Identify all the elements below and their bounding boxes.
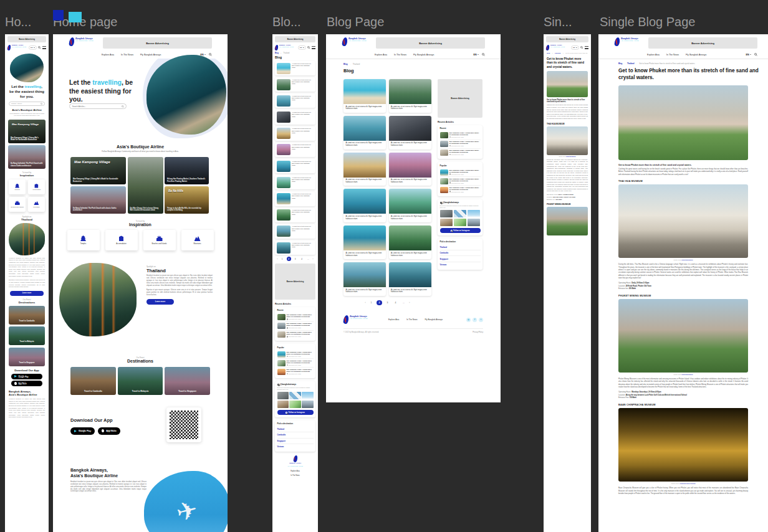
nav-link-in-the-news[interactable]: In The News	[121, 54, 133, 56]
inspiration-card[interactable]: Accomodation	[105, 230, 138, 250]
destination-card[interactable]: Travel to Malaysia	[118, 367, 163, 395]
nav-link-fly-bangkok-airways[interactable]: Fly Bangkok Airways	[413, 54, 434, 56]
frame-label-single-mobile[interactable]: Sin...	[544, 15, 572, 29]
footer-link[interactable]: In The News	[406, 318, 417, 321]
instagram-handle[interactable]: @bangkokairways	[440, 201, 481, 204]
nav-link-explore-asia[interactable]: Explore Asia	[375, 54, 387, 56]
instagram-photo[interactable]	[302, 392, 313, 400]
hamburger-menu-icon[interactable]	[42, 46, 46, 49]
frame-blog-mobile[interactable]: Banner Advertising Bangkok Airways ASIA'…	[272, 34, 318, 532]
language-selector[interactable]: EN	[746, 54, 752, 56]
privacy-policy-link[interactable]: Privacy Policy	[473, 331, 483, 333]
article-card[interactable]: Doi Mon Chong | Get to know Chiang Mai's…	[128, 157, 163, 214]
pagination-page[interactable]: 1	[280, 257, 284, 261]
language-selector[interactable]: EN	[29, 45, 36, 50]
hamburger-menu-icon[interactable]	[312, 46, 315, 49]
pagination-next[interactable]: ›	[409, 302, 410, 304]
article-card[interactable]: Mae Kampong Village Mae Kampong Village …	[8, 120, 46, 143]
search-field[interactable]	[72, 105, 122, 108]
bangkok-airways-logo[interactable]: Bangkok Airways ASIA'S BOUTIQUE AIRLINE	[546, 45, 565, 50]
popular-article-item[interactable]: Mae Kampong Village | Chiang Mai's Model…	[277, 350, 314, 359]
breadcrumb-blog[interactable]: Blog	[547, 52, 550, 54]
nav-link-in-the-news[interactable]: In The News	[394, 54, 406, 56]
recent-article-item[interactable]: Mae Kampong Village | Chiang Mai's Model…	[440, 140, 481, 149]
frame-blog[interactable]: Bangkok Airways ASIA'S BOUTIQUE AIRLINE …	[326, 34, 501, 402]
pagination-next[interactable]: ›	[313, 258, 314, 260]
recent-article-item[interactable]: Mae Kampong Village | Chiang Mai's Model…	[440, 149, 481, 157]
footer-link[interactable]: Fly Bangkok Airways	[425, 318, 443, 321]
footer-link[interactable]: In The News	[290, 474, 300, 477]
footer-link[interactable]: Explore Asia	[290, 470, 299, 473]
destination-link[interactable]: Cambodia	[277, 432, 314, 437]
photo-credit-link[interactable]: AmazingPhuketIsland	[679, 483, 695, 485]
blog-card[interactable]: Ac amet nec ut est viverra elit. Eget ma…	[275, 240, 315, 255]
blog-card[interactable]: Ac amet nec ut est viverra elit. Eget ma…	[275, 61, 315, 75]
destination-card[interactable]: Travel to Cambodia	[9, 306, 45, 325]
popular-article-item[interactable]: Mae Kampong Village | Chiang Mai's Model…	[277, 368, 314, 376]
search-icon[interactable]	[580, 46, 583, 49]
pagination-page[interactable]: 3	[385, 300, 390, 306]
breadcrumb-blog[interactable]: Blog	[618, 62, 622, 65]
nav-link-explore-asia[interactable]: Explore Asia	[647, 54, 660, 56]
frame-label-blog[interactable]: Blog Page	[327, 15, 384, 29]
language-selector[interactable]: EN	[571, 45, 578, 50]
destination-link[interactable]: Cambodia	[440, 250, 481, 255]
bangkok-airways-logo[interactable]: Bangkok Airways ASIA'S BOUTIQUE AIRLINE	[342, 37, 368, 46]
instagram-icon[interactable]: ◎	[466, 318, 471, 322]
language-selector[interactable]: EN	[298, 45, 305, 50]
learn-more-button[interactable]: Learn more	[146, 299, 174, 305]
blog-card[interactable]: Ac amet nec ut est viverra elit. Eget ma…	[275, 93, 315, 108]
instagram-photo[interactable]	[302, 401, 313, 409]
banner-ad[interactable]: Banner Advertising	[438, 79, 482, 118]
destination-link[interactable]: Thailand	[277, 427, 314, 432]
banner-ad[interactable]: Banner Advertising	[103, 37, 212, 49]
recent-article-item[interactable]: Mae Kampong Village | Chiang Mai's Model…	[277, 313, 314, 322]
article-card[interactable]: Khlong Hae Floating Market | Southern Th…	[165, 157, 209, 184]
frame-label-blog-mobile[interactable]: Blo...	[272, 15, 301, 29]
blog-card[interactable]: Ac amet nec ut est viverra elit. Eget ma…	[275, 77, 315, 92]
blog-card[interactable]: Ac amet nec ut est viverra elit. Eget ma…	[275, 126, 315, 141]
instagram-photo[interactable]	[468, 219, 481, 227]
bangkok-airways-logo[interactable]: Bangkok Airways ASIA'S BOUTIQUE AIRLINE	[69, 37, 95, 46]
nav-link-in-the-news[interactable]: In The News	[666, 54, 679, 56]
bangkok-airways-logo[interactable]: Bangkok Airways ASIA'S BOUTIQUE AIRLINE	[615, 37, 641, 46]
instagram-photo[interactable]	[454, 219, 467, 227]
banner-ad[interactable]: Banner Advertising	[648, 37, 757, 49]
instagram-photo[interactable]	[289, 401, 300, 409]
blog-card[interactable]: Ac amet nec ut est viverra elit. Eget ma…	[389, 262, 431, 296]
destination-link[interactable]: Vietnam	[277, 444, 314, 449]
google-play-button[interactable]: GET IT ONGoogle Play	[11, 374, 42, 379]
instagram-photo[interactable]	[277, 401, 289, 409]
breadcrumb-blog[interactable]: Blog	[275, 52, 279, 54]
blog-card[interactable]: Ac amet nec ut est viverra elit. Eget ma…	[275, 143, 315, 157]
follow-instagram-button[interactable]: Follow on Instagram	[440, 228, 481, 233]
article-card[interactable]: Mae Kampong Village Mae Kampong Village …	[70, 157, 126, 184]
inspiration-card[interactable]: Temples	[67, 230, 100, 250]
destination-card[interactable]: Travel to Cambodia	[70, 367, 116, 395]
search-icon[interactable]	[38, 46, 41, 49]
banner-ad[interactable]: Banner Advertising	[275, 36, 315, 42]
article-search-input[interactable]	[9, 102, 45, 106]
pagination-page[interactable]: 4	[300, 257, 304, 261]
recent-article-item[interactable]: Mae Kampong Village | Chiang Mai's Model…	[277, 331, 314, 339]
search-field[interactable]	[11, 103, 41, 105]
color-swatch-cyan[interactable]	[69, 12, 82, 22]
facebook-icon[interactable]: f	[473, 318, 477, 322]
breadcrumb-thailand[interactable]: Thailand	[627, 62, 635, 65]
blog-card[interactable]: Ac amet nec ut est viverra elit. Eget ma…	[389, 153, 431, 186]
pagination-page[interactable]: ...	[401, 300, 406, 306]
learn-more-button[interactable]: Learn more	[10, 291, 44, 296]
frame-single[interactable]: Bangkok Airways ASIA'S BOUTIQUE AIRLINE …	[598, 34, 768, 532]
destination-link[interactable]: Vietnam	[440, 262, 481, 267]
blog-card[interactable]: Ac amet nec ut est viverra elit. Eget ma…	[275, 224, 315, 239]
blog-card[interactable]: Ac amet nec ut est viverra elit. Eget ma…	[343, 226, 386, 259]
recent-article-item[interactable]: Mae Kampong Village | Chiang Mai's Model…	[440, 131, 481, 140]
blog-card[interactable]: Ac amet nec ut est viverra elit. Eget ma…	[275, 175, 315, 189]
instagram-handle[interactable]: @bangkokairways	[277, 383, 314, 386]
banner-ad[interactable]: Banner Advertising	[7, 36, 46, 42]
photo-credit-link[interactable]: Smartandamun	[681, 374, 693, 376]
inspiration-card[interactable]: Mountains	[181, 230, 214, 250]
destination-card[interactable]: Travel to Singapore	[9, 348, 45, 366]
frame-label-single[interactable]: Single Blog Page	[600, 15, 695, 29]
inspiration-card[interactable]: Temples	[9, 179, 26, 194]
